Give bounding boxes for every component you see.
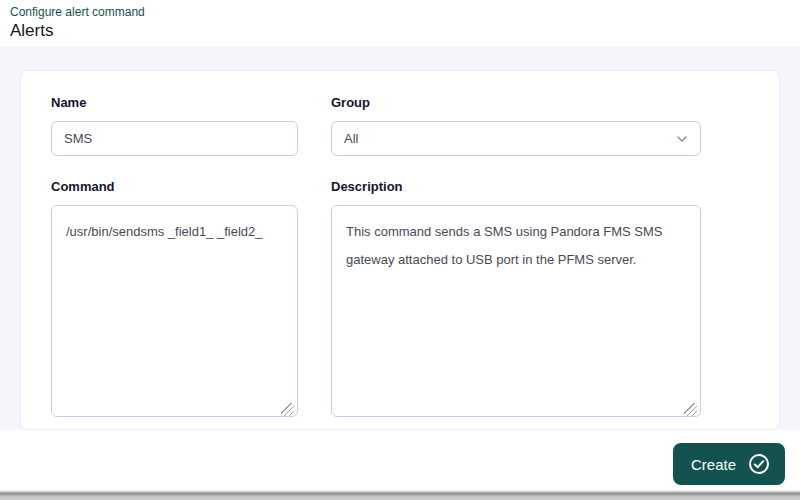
breadcrumb-configure-alert-command[interactable]: Configure alert command xyxy=(10,5,145,19)
description-textarea[interactable]: This command sends a SMS using Pandora F… xyxy=(331,205,701,417)
page-title: Alerts xyxy=(10,21,53,41)
group-field-group: Group All xyxy=(331,95,701,156)
window-bottom-edge xyxy=(0,490,800,500)
resize-handle-icon[interactable] xyxy=(684,403,697,416)
command-label: Command xyxy=(51,179,298,194)
group-select[interactable]: All xyxy=(331,121,701,156)
group-label: Group xyxy=(331,95,701,110)
resize-handle-icon[interactable] xyxy=(281,403,294,416)
page-header: Configure alert command Alerts xyxy=(0,0,800,46)
bottom-action-bar: Create xyxy=(0,430,800,491)
group-select-value: All xyxy=(344,131,358,146)
form-grid: Name Group All Command /usr/bin/sendsms … xyxy=(51,95,749,421)
alert-command-form-card: Name Group All Command /usr/bin/sendsms … xyxy=(20,70,780,430)
description-label: Description xyxy=(331,179,701,194)
name-input[interactable] xyxy=(51,121,298,156)
command-textarea-wrap: /usr/bin/sendsms _field1_ _field2_ xyxy=(51,205,298,421)
check-circle-icon xyxy=(748,453,770,475)
description-field-group: Description This command sends a SMS usi… xyxy=(331,179,701,421)
create-button-label: Create xyxy=(691,456,736,473)
description-textarea-wrap: This command sends a SMS using Pandora F… xyxy=(331,205,701,421)
name-field-group: Name xyxy=(51,95,298,156)
name-label: Name xyxy=(51,95,298,110)
command-field-group: Command /usr/bin/sendsms _field1_ _field… xyxy=(51,179,298,421)
chevron-down-icon xyxy=(676,133,688,145)
command-textarea[interactable]: /usr/bin/sendsms _field1_ _field2_ xyxy=(51,205,298,417)
create-button[interactable]: Create xyxy=(673,443,785,485)
